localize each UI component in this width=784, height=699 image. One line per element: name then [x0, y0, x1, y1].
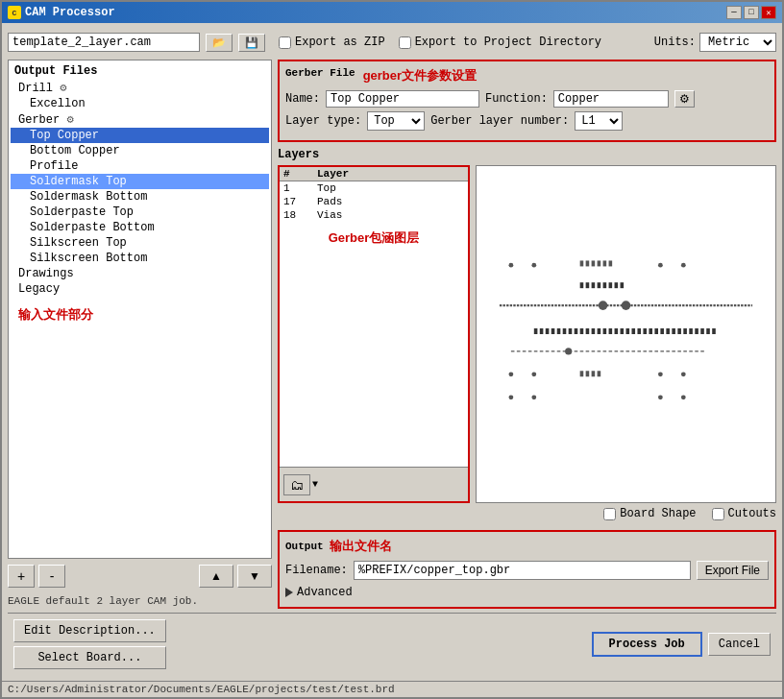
units-select[interactable]: Metric Imperial	[699, 33, 776, 52]
tree-item-silkscreen-bottom[interactable]: Silkscreen Bottom	[11, 251, 269, 266]
layer-row-18[interactable]: 18 Vias	[280, 208, 468, 222]
svg-point-19	[599, 301, 608, 310]
move-up-button[interactable]: ▲	[199, 565, 233, 588]
edit-description-button[interactable]: Edit Description...	[13, 619, 166, 642]
window-title: CAM Processor	[25, 6, 115, 19]
output-box: Output 输出文件名 Filename: Export File Advan…	[278, 530, 776, 609]
tree-item-legacy[interactable]: Legacy	[11, 281, 269, 297]
name-input[interactable]	[326, 90, 479, 108]
remove-item-button[interactable]: -	[38, 565, 65, 588]
tree-item-solderpaste-top[interactable]: Solderpaste Top	[11, 205, 269, 220]
svg-point-8	[658, 263, 663, 268]
status-bar: C:/Users/Administrator/Documents/EAGLE/p…	[2, 681, 782, 697]
svg-point-1	[531, 263, 536, 268]
tree-item-excellon[interactable]: Excellon	[11, 96, 269, 111]
gerber-gear-icon[interactable]: ⚙	[66, 113, 73, 127]
svg-rect-60	[598, 371, 601, 376]
bottom-bar: Edit Description... Select Board... Proc…	[8, 613, 776, 675]
svg-rect-31	[592, 328, 596, 334]
svg-point-20	[622, 301, 631, 310]
tree-item-profile[interactable]: Profile	[11, 158, 269, 174]
export-zip-checkbox[interactable]	[279, 36, 291, 49]
layers-table: # Layer 1 Top 17 Pads	[280, 167, 468, 467]
output-annotation: 输出文件名	[330, 538, 392, 555]
tree-item-drill[interactable]: Drill ⚙	[11, 80, 269, 96]
bottom-buttons-right: Process Job Cancel	[592, 632, 771, 657]
layer-name-18: Vias	[317, 209, 464, 221]
open-file-button[interactable]: 📂	[206, 34, 233, 52]
tree-item-soldermask-top[interactable]: Soldermask Top	[11, 174, 269, 189]
svg-rect-48	[689, 328, 693, 334]
svg-rect-17	[621, 282, 625, 288]
tree-item-bottom-copper[interactable]: Bottom Copper	[11, 143, 269, 158]
process-job-button[interactable]: Process Job	[592, 632, 702, 657]
layer-dropdown-icon[interactable]: ▼	[312, 479, 318, 490]
move-down-button[interactable]: ▼	[237, 565, 272, 588]
layers-table-header: # Layer	[280, 167, 468, 181]
cancel-button[interactable]: Cancel	[708, 633, 771, 656]
svg-rect-16	[615, 282, 619, 288]
svg-rect-39	[637, 328, 641, 334]
export-project-label: Export to Project Directory	[415, 36, 601, 49]
svg-point-56	[531, 372, 536, 376]
export-file-button[interactable]: Export File	[697, 561, 769, 580]
cutouts-checkbox[interactable]	[712, 508, 724, 520]
export-project-checkbox[interactable]	[399, 36, 411, 49]
minimize-button[interactable]: ─	[726, 6, 742, 19]
layers-table-box: # Layer 1 Top 17 Pads	[278, 165, 470, 503]
description-text: EAGLE default 2 layer CAM job.	[8, 593, 272, 609]
svg-rect-25	[557, 328, 561, 334]
svg-rect-10	[580, 282, 584, 288]
save-file-button[interactable]: 💾	[238, 34, 265, 52]
drill-gear-icon[interactable]: ⚙	[60, 82, 66, 95]
advanced-row[interactable]: Advanced	[285, 584, 769, 601]
layer-type-select[interactable]: Top Bottom	[367, 111, 425, 131]
filename-input[interactable]	[354, 561, 691, 580]
main-window: C CAM Processor ─ □ ✕ 📂 💾 Export as ZIP	[0, 0, 784, 699]
svg-rect-52	[712, 328, 716, 334]
tree-item-solderpaste-bottom[interactable]: Solderpaste Bottom	[11, 220, 269, 235]
svg-point-55	[508, 372, 513, 376]
units-group: Units: Metric Imperial	[654, 33, 776, 52]
filename-row: Filename: Export File	[285, 561, 769, 580]
gerber-file-box: Gerber File gerber文件参数设置 Name: Function:…	[278, 60, 776, 142]
svg-rect-30	[586, 328, 590, 334]
svg-point-9	[681, 263, 686, 268]
tree-item-soldermask-bottom[interactable]: Soldermask Bottom	[11, 189, 269, 205]
layers-label: Layers	[278, 148, 776, 161]
select-board-button[interactable]: Select Board...	[13, 646, 166, 669]
board-shape-checkbox[interactable]	[603, 508, 616, 520]
title-bar-left: C CAM Processor	[8, 6, 115, 19]
svg-rect-43	[660, 328, 664, 334]
close-button[interactable]: ✕	[761, 6, 776, 19]
tree-item-silkscreen-top[interactable]: Silkscreen Top	[11, 235, 269, 251]
svg-rect-50	[700, 328, 704, 334]
advanced-label[interactable]: Advanced	[297, 586, 353, 599]
preview-box	[476, 165, 776, 503]
tree-item-top-copper[interactable]: Top Copper	[11, 128, 269, 143]
svg-rect-49	[695, 328, 698, 334]
export-zip-label: Export as ZIP	[295, 36, 385, 49]
function-gear-button[interactable]: ⚙	[674, 90, 695, 108]
add-item-button[interactable]: +	[8, 565, 35, 588]
gerber-params-annotation: gerber文件参数设置	[363, 67, 477, 84]
add-layer-button[interactable]: 🗂	[283, 474, 310, 495]
open-icon: 📂	[212, 36, 226, 49]
app-icon: C	[8, 6, 21, 19]
svg-rect-29	[580, 328, 584, 334]
layer-row-1[interactable]: 1 Top	[280, 181, 468, 195]
svg-point-65	[658, 395, 663, 399]
svg-rect-58	[586, 371, 590, 376]
svg-rect-22	[540, 328, 544, 334]
maximize-button[interactable]: □	[744, 6, 759, 19]
gerber-layer-num-select[interactable]: L1 L2	[575, 111, 623, 131]
tree-item-gerber[interactable]: Gerber ⚙	[11, 111, 269, 128]
output-title-row: Output 输出文件名	[285, 538, 769, 555]
svg-rect-26	[563, 328, 567, 334]
function-input[interactable]	[553, 90, 669, 108]
tree-item-drawings[interactable]: Drawings	[11, 266, 269, 281]
cam-file-input[interactable]	[8, 33, 200, 52]
layer-row-17[interactable]: 17 Pads	[280, 195, 468, 208]
left-panel: Output Files Drill ⚙ Excellon Gerber ⚙ T…	[8, 60, 272, 609]
layer-num-17: 17	[283, 196, 317, 207]
